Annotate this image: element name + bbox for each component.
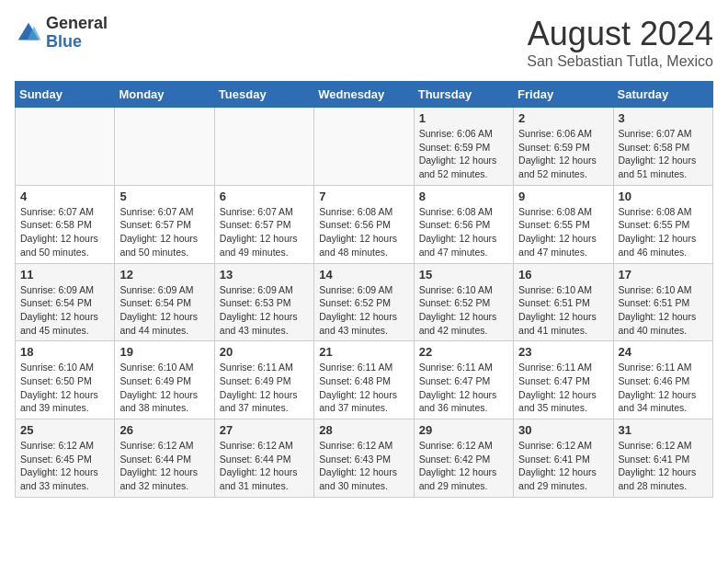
calendar-week-4: 18Sunrise: 6:10 AMSunset: 6:50 PMDayligh…	[16, 341, 713, 419]
header-day-monday: Monday	[115, 82, 214, 108]
calendar-week-3: 11Sunrise: 6:09 AMSunset: 6:54 PMDayligh…	[16, 263, 713, 341]
day-info: Sunrise: 6:08 AMSunset: 6:55 PMDaylight:…	[619, 205, 708, 259]
day-number: 16	[518, 268, 608, 282]
calendar-cell: 29Sunrise: 6:12 AMSunset: 6:42 PMDayligh…	[414, 419, 513, 498]
header-row: SundayMondayTuesdayWednesdayThursdayFrid…	[16, 82, 713, 108]
calendar-cell: 18Sunrise: 6:10 AMSunset: 6:50 PMDayligh…	[16, 341, 115, 419]
day-number: 9	[518, 190, 608, 203]
calendar-cell: 3Sunrise: 6:07 AMSunset: 6:58 PMDaylight…	[613, 108, 712, 186]
day-number: 5	[119, 190, 209, 203]
day-info: Sunrise: 6:09 AMSunset: 6:52 PMDaylight:…	[319, 283, 408, 338]
day-info: Sunrise: 6:10 AMSunset: 6:51 PMDaylight:…	[619, 283, 708, 338]
logo: General Blue	[15, 15, 108, 52]
calendar-cell: 28Sunrise: 6:12 AMSunset: 6:43 PMDayligh…	[314, 419, 414, 498]
day-info: Sunrise: 6:11 AMSunset: 6:49 PMDaylight:…	[220, 361, 309, 415]
calendar-cell: 11Sunrise: 6:09 AMSunset: 6:54 PMDayligh…	[16, 263, 115, 341]
calendar-cell: 6Sunrise: 6:07 AMSunset: 6:57 PMDaylight…	[214, 185, 313, 263]
day-info: Sunrise: 6:10 AMSunset: 6:49 PMDaylight:…	[119, 361, 209, 415]
day-info: Sunrise: 6:10 AMSunset: 6:51 PMDaylight:…	[518, 283, 608, 338]
day-number: 2	[518, 111, 608, 125]
calendar-cell: 22Sunrise: 6:11 AMSunset: 6:47 PMDayligh…	[414, 341, 513, 419]
day-number: 24	[619, 345, 708, 359]
calendar-cell: 7Sunrise: 6:08 AMSunset: 6:56 PMDaylight…	[314, 185, 414, 263]
calendar-cell: 8Sunrise: 6:08 AMSunset: 6:56 PMDaylight…	[414, 185, 513, 263]
calendar-cell: 31Sunrise: 6:12 AMSunset: 6:41 PMDayligh…	[613, 419, 712, 498]
day-number: 7	[319, 190, 408, 203]
day-info: Sunrise: 6:08 AMSunset: 6:55 PMDaylight:…	[518, 205, 608, 259]
day-info: Sunrise: 6:09 AMSunset: 6:53 PMDaylight:…	[220, 283, 309, 338]
logo-general-text: General	[46, 15, 108, 33]
calendar-table: SundayMondayTuesdayWednesdayThursdayFrid…	[15, 81, 713, 498]
title-block: August 2024 San Sebastian Tutla, Mexico	[527, 15, 713, 70]
calendar-cell: 30Sunrise: 6:12 AMSunset: 6:41 PMDayligh…	[514, 419, 613, 498]
day-number: 20	[220, 345, 309, 359]
header-day-tuesday: Tuesday	[214, 82, 313, 108]
day-info: Sunrise: 6:12 AMSunset: 6:41 PMDaylight:…	[518, 439, 608, 493]
calendar-cell: 2Sunrise: 6:06 AMSunset: 6:59 PMDaylight…	[514, 108, 613, 186]
day-number: 4	[20, 190, 109, 203]
calendar-header: SundayMondayTuesdayWednesdayThursdayFrid…	[16, 82, 713, 108]
day-info: Sunrise: 6:12 AMSunset: 6:41 PMDaylight:…	[619, 439, 708, 493]
day-number: 19	[119, 345, 209, 359]
calendar-cell: 23Sunrise: 6:11 AMSunset: 6:47 PMDayligh…	[514, 341, 613, 419]
day-info: Sunrise: 6:12 AMSunset: 6:44 PMDaylight:…	[220, 439, 309, 493]
day-info: Sunrise: 6:12 AMSunset: 6:44 PMDaylight:…	[119, 439, 209, 493]
month-title: August 2024	[527, 15, 713, 53]
day-number: 12	[119, 268, 209, 282]
day-number: 28	[319, 423, 408, 437]
calendar-cell	[214, 108, 313, 186]
page-header: General Blue August 2024 San Sebastian T…	[15, 15, 713, 70]
calendar-cell: 25Sunrise: 6:12 AMSunset: 6:45 PMDayligh…	[16, 419, 115, 498]
location-title: San Sebastian Tutla, Mexico	[527, 53, 713, 70]
calendar-cell: 4Sunrise: 6:07 AMSunset: 6:58 PMDaylight…	[16, 185, 115, 263]
day-number: 21	[319, 345, 408, 359]
day-number: 11	[20, 268, 109, 282]
day-info: Sunrise: 6:11 AMSunset: 6:46 PMDaylight:…	[619, 361, 708, 415]
day-number: 3	[619, 111, 708, 125]
day-info: Sunrise: 6:07 AMSunset: 6:58 PMDaylight:…	[619, 127, 708, 181]
day-number: 18	[20, 345, 109, 359]
day-info: Sunrise: 6:12 AMSunset: 6:45 PMDaylight:…	[20, 439, 109, 493]
calendar-cell: 20Sunrise: 6:11 AMSunset: 6:49 PMDayligh…	[214, 341, 313, 419]
day-info: Sunrise: 6:09 AMSunset: 6:54 PMDaylight:…	[20, 283, 109, 338]
calendar-cell: 17Sunrise: 6:10 AMSunset: 6:51 PMDayligh…	[613, 263, 712, 341]
day-number: 26	[119, 423, 209, 437]
calendar-cell: 24Sunrise: 6:11 AMSunset: 6:46 PMDayligh…	[613, 341, 712, 419]
header-day-thursday: Thursday	[414, 82, 513, 108]
calendar-week-2: 4Sunrise: 6:07 AMSunset: 6:58 PMDaylight…	[16, 185, 713, 263]
day-info: Sunrise: 6:10 AMSunset: 6:50 PMDaylight:…	[20, 361, 109, 415]
day-number: 6	[220, 190, 309, 203]
day-number: 10	[619, 190, 708, 203]
day-number: 27	[220, 423, 309, 437]
calendar-cell: 27Sunrise: 6:12 AMSunset: 6:44 PMDayligh…	[214, 419, 313, 498]
day-info: Sunrise: 6:12 AMSunset: 6:42 PMDaylight:…	[419, 439, 508, 493]
day-number: 8	[419, 190, 508, 203]
day-info: Sunrise: 6:06 AMSunset: 6:59 PMDaylight:…	[518, 127, 608, 181]
calendar-cell: 10Sunrise: 6:08 AMSunset: 6:55 PMDayligh…	[613, 185, 712, 263]
day-number: 22	[419, 345, 508, 359]
calendar-cell: 26Sunrise: 6:12 AMSunset: 6:44 PMDayligh…	[115, 419, 214, 498]
day-info: Sunrise: 6:09 AMSunset: 6:54 PMDaylight:…	[119, 283, 209, 338]
day-number: 14	[319, 268, 408, 282]
day-info: Sunrise: 6:08 AMSunset: 6:56 PMDaylight:…	[419, 205, 508, 259]
day-number: 29	[419, 423, 508, 437]
day-info: Sunrise: 6:07 AMSunset: 6:57 PMDaylight:…	[119, 205, 209, 259]
logo-blue-text: Blue	[46, 33, 108, 52]
calendar-cell: 1Sunrise: 6:06 AMSunset: 6:59 PMDaylight…	[414, 108, 513, 186]
calendar-cell: 13Sunrise: 6:09 AMSunset: 6:53 PMDayligh…	[214, 263, 313, 341]
day-number: 25	[20, 423, 109, 437]
calendar-cell: 21Sunrise: 6:11 AMSunset: 6:48 PMDayligh…	[314, 341, 414, 419]
day-number: 1	[419, 111, 508, 125]
day-info: Sunrise: 6:07 AMSunset: 6:57 PMDaylight:…	[220, 205, 309, 259]
calendar-cell: 9Sunrise: 6:08 AMSunset: 6:55 PMDaylight…	[514, 185, 613, 263]
day-info: Sunrise: 6:11 AMSunset: 6:48 PMDaylight:…	[319, 361, 408, 415]
day-number: 31	[619, 423, 708, 437]
day-info: Sunrise: 6:11 AMSunset: 6:47 PMDaylight:…	[419, 361, 508, 415]
calendar-week-1: 1Sunrise: 6:06 AMSunset: 6:59 PMDaylight…	[16, 108, 713, 186]
calendar-cell: 14Sunrise: 6:09 AMSunset: 6:52 PMDayligh…	[314, 263, 414, 341]
calendar-cell	[16, 108, 115, 186]
header-day-friday: Friday	[514, 82, 613, 108]
day-info: Sunrise: 6:10 AMSunset: 6:52 PMDaylight:…	[419, 283, 508, 338]
calendar-week-5: 25Sunrise: 6:12 AMSunset: 6:45 PMDayligh…	[16, 419, 713, 498]
logo-text: General Blue	[46, 15, 108, 52]
